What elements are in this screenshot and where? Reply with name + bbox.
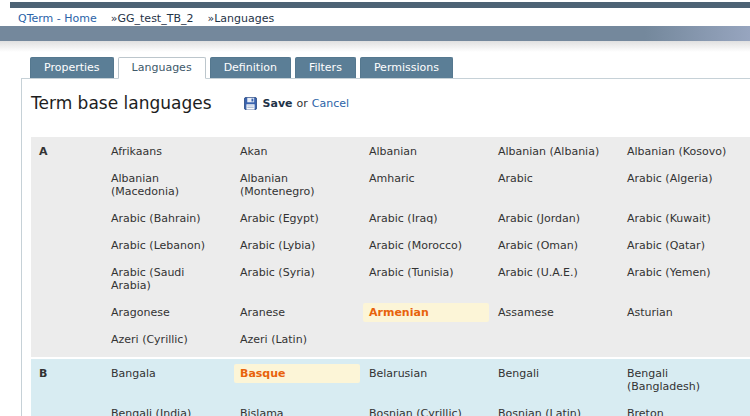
language-cell[interactable]: Arabic (Kuwait)	[621, 209, 747, 228]
language-cell[interactable]: Arabic	[492, 169, 618, 188]
content-panel: Term base languages Save or Cancel AAfri…	[21, 78, 750, 416]
language-cell[interactable]: Arabic (Tunisia)	[363, 263, 489, 282]
tab-filters[interactable]: Filters	[295, 57, 356, 78]
language-cell[interactable]: Bosnian (Cyrillic)	[363, 404, 489, 416]
tab-bar: PropertiesLanguagesDefinitionFiltersPerm…	[30, 57, 750, 78]
language-grid: AfrikaansAkanAlbanianAlbanian (Albania)A…	[105, 137, 750, 349]
section-letter: B	[39, 359, 111, 416]
language-cell[interactable]: Arabic (Iraq)	[363, 209, 489, 228]
or-text: or	[297, 97, 308, 110]
breadcrumb-languages[interactable]: »Languages	[207, 12, 274, 25]
language-cell[interactable]: Arabic (U.A.E.)	[492, 263, 618, 282]
header-fade	[0, 41, 750, 52]
save-controls: Save or Cancel	[244, 97, 350, 110]
tab-definition[interactable]: Definition	[210, 57, 291, 78]
language-cell[interactable]: Aranese	[234, 303, 360, 322]
language-cell[interactable]: Arabic (Qatar)	[621, 236, 747, 255]
language-cell[interactable]: Arabic (Oman)	[492, 236, 618, 255]
language-cell[interactable]: Bengali (Bangladesh)	[621, 364, 747, 396]
tab-permissions[interactable]: Permissions	[360, 57, 453, 78]
language-cell[interactable]: Albanian (Kosovo)	[621, 142, 747, 161]
language-cell[interactable]: Arabic (Lebanon)	[105, 236, 231, 255]
language-cell[interactable]: Azeri (Latin)	[234, 330, 360, 349]
tab-languages[interactable]: Languages	[118, 57, 206, 79]
language-cell[interactable]: Arabic (Syria)	[234, 263, 360, 282]
language-cell[interactable]: Arabic (Lybia)	[234, 236, 360, 255]
cancel-link[interactable]: Cancel	[312, 97, 349, 110]
breadcrumb: QTerm - Home »GG_test_TB_2 »Languages	[0, 8, 750, 26]
language-cell[interactable]: Albanian (Albania)	[492, 142, 618, 161]
language-cell[interactable]: Breton	[621, 404, 747, 416]
language-cell[interactable]: Aragonese	[105, 303, 231, 322]
language-grid: BangalaBasqueBelarusianBengaliBengali (B…	[105, 359, 750, 416]
page-title: Term base languages	[31, 93, 212, 113]
language-cell[interactable]: Bosnian (Latin)	[492, 404, 618, 416]
language-cell[interactable]: Arabic (Saudi Arabia)	[105, 263, 231, 295]
language-cell[interactable]: Arabic (Morocco)	[363, 236, 489, 255]
language-cell[interactable]: Arabic (Algeria)	[621, 169, 747, 188]
language-cell[interactable]: Albanian	[363, 142, 489, 161]
save-button[interactable]: Save	[263, 97, 293, 110]
letter-section-b: BBangalaBasqueBelarusianBengaliBengali (…	[31, 359, 750, 416]
language-cell[interactable]: Amharic	[363, 169, 489, 188]
breadcrumb-home-link[interactable]: QTerm - Home	[18, 12, 97, 25]
header-band	[0, 26, 750, 41]
language-cell[interactable]: Akan	[234, 142, 360, 161]
language-cell[interactable]: Albanian (Macedonia)	[105, 169, 231, 201]
language-cell[interactable]: Bengali (India)	[105, 404, 231, 416]
language-cell[interactable]: Arabic (Bahrain)	[105, 209, 231, 228]
language-cell[interactable]: Arabic (Yemen)	[621, 263, 747, 282]
language-cell[interactable]: Bengali	[492, 364, 618, 383]
language-cell[interactable]: Belarusian	[363, 364, 489, 383]
breadcrumb-termbase[interactable]: »GG_test_TB_2	[111, 12, 194, 25]
language-cell[interactable]: Assamese	[492, 303, 618, 322]
language-cell[interactable]: Bislama	[234, 404, 360, 416]
language-cell[interactable]: Bangala	[105, 364, 231, 383]
page-header-row: Term base languages Save or Cancel	[31, 93, 750, 113]
language-cell[interactable]: Armenian	[363, 303, 489, 322]
letter-section-a: AAfrikaansAkanAlbanianAlbanian (Albania)…	[31, 137, 750, 357]
language-sections: AAfrikaansAkanAlbanianAlbanian (Albania)…	[31, 137, 750, 416]
language-cell[interactable]: Albanian (Montenegro)	[234, 169, 360, 201]
language-cell[interactable]: Basque	[234, 364, 360, 383]
floppy-disk-icon	[244, 97, 257, 110]
section-letter: A	[39, 137, 111, 349]
language-cell[interactable]: Arabic (Egypt)	[234, 209, 360, 228]
language-cell[interactable]: Azeri (Cyrillic)	[105, 330, 231, 349]
language-cell[interactable]: Afrikaans	[105, 142, 231, 161]
language-cell[interactable]: Asturian	[621, 303, 747, 322]
language-cell[interactable]: Arabic (Jordan)	[492, 209, 618, 228]
tab-properties[interactable]: Properties	[30, 57, 114, 78]
